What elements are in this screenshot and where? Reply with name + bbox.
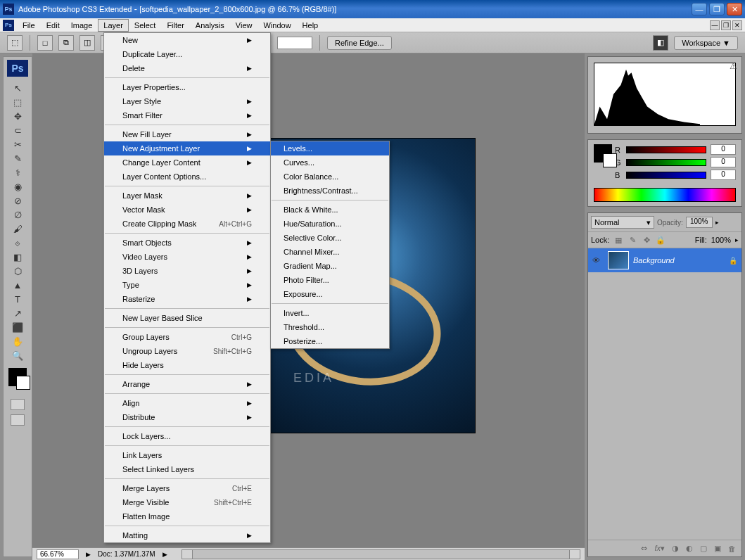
layer-thumbnail[interactable] <box>608 251 629 269</box>
minimize-button[interactable]: — <box>692 3 707 15</box>
menu-item[interactable]: New Fill Layer▶ <box>104 127 270 141</box>
menu-view[interactable]: View <box>230 19 258 32</box>
submenu-item[interactable]: Curves... <box>271 155 389 170</box>
submenu-item[interactable]: Photo Filter... <box>271 273 389 287</box>
color-spectrum[interactable] <box>594 188 736 202</box>
submenu-item[interactable]: Color Balance... <box>271 170 389 184</box>
quickmask-button[interactable] <box>11 399 25 410</box>
menu-item[interactable]: Rasterize▶ <box>104 292 270 306</box>
height-input[interactable] <box>277 37 312 49</box>
menu-item[interactable]: New▶ <box>104 33 270 47</box>
submenu-item[interactable]: Gradient Map... <box>271 259 389 273</box>
menu-item[interactable]: Layer Mask▶ <box>104 189 270 203</box>
color-value-r[interactable]: 0 <box>711 144 736 155</box>
workspace-icon[interactable]: ◧ <box>653 35 668 51</box>
tool-5[interactable]: ✎ <box>9 151 26 165</box>
color-value-g[interactable]: 0 <box>711 157 736 167</box>
status-menu-icon[interactable]: ▶ <box>163 551 167 558</box>
tool-9[interactable]: ∅ <box>9 208 26 222</box>
menu-item[interactable]: Video Layers▶ <box>104 250 270 264</box>
tool-14[interactable]: ▲ <box>9 278 26 292</box>
color-slider-b[interactable] <box>626 172 706 179</box>
refine-edge-button[interactable]: Refine Edge... <box>327 36 392 50</box>
menu-select[interactable]: Select <box>129 19 162 32</box>
menu-item[interactable]: Create Clipping MaskAlt+Ctrl+G <box>104 217 270 231</box>
menu-filter[interactable]: Filter <box>161 19 189 32</box>
layer-row[interactable]: 👁 Background 🔒 <box>588 248 741 272</box>
visibility-icon[interactable]: 👁 <box>592 256 604 265</box>
submenu-item[interactable]: Invert... <box>271 306 389 320</box>
menu-item[interactable]: Hide Layers <box>104 358 270 372</box>
lock-all-icon[interactable]: 🔒 <box>656 235 666 245</box>
lock-transparent-icon[interactable]: ▦ <box>613 235 623 245</box>
menu-item[interactable]: Ungroup LayersShift+Ctrl+G <box>104 344 270 358</box>
menu-item[interactable]: Link Layers <box>104 448 270 462</box>
color-value-b[interactable]: 0 <box>711 170 736 180</box>
menu-item[interactable]: Delete▶ <box>104 61 270 75</box>
tool-17[interactable]: ⬛ <box>9 320 26 334</box>
tool-3[interactable]: ⊂ <box>9 123 26 137</box>
color-slider-g[interactable] <box>626 159 706 166</box>
menu-item[interactable]: Type▶ <box>104 278 270 292</box>
menu-item[interactable]: Distribute▶ <box>104 410 270 424</box>
tool-7[interactable]: ◉ <box>9 179 26 193</box>
menu-item[interactable]: Arrange▶ <box>104 377 270 391</box>
menu-window[interactable]: Window <box>257 19 296 32</box>
menu-item[interactable]: Duplicate Layer... <box>104 47 270 61</box>
maximize-button[interactable]: ❐ <box>709 3 725 15</box>
zoom-input[interactable]: 66.67% <box>37 549 79 559</box>
selection-new-icon[interactable]: □ <box>37 35 53 51</box>
horizontal-scrollbar[interactable] <box>182 549 580 559</box>
submenu-item[interactable]: Posterize... <box>271 334 389 348</box>
menu-item[interactable]: Select Linked Layers <box>104 462 270 476</box>
submenu-item[interactable]: Threshold... <box>271 320 389 334</box>
fx-icon[interactable]: fx▾ <box>654 544 665 553</box>
selection-subtract-icon[interactable]: ◫ <box>79 35 95 51</box>
menu-item[interactable]: Change Layer Content▶ <box>104 155 270 170</box>
status-arrow-icon[interactable]: ▶ <box>86 551 91 558</box>
menu-item[interactable]: Layer Content Options... <box>104 170 270 184</box>
menu-item[interactable]: Merge LayersCtrl+E <box>104 481 270 495</box>
histogram-chart[interactable] <box>594 63 736 126</box>
new-layer-icon[interactable]: ▣ <box>714 544 721 553</box>
tool-0[interactable]: ↖ <box>9 81 26 95</box>
submenu-item[interactable]: Channel Mixer... <box>271 245 389 259</box>
fill-arrow-icon[interactable]: ▸ <box>735 236 739 243</box>
blend-mode-dropdown[interactable]: Normal▾ <box>591 216 654 229</box>
menu-item[interactable]: Align▶ <box>104 396 270 410</box>
menu-item[interactable]: 3D Layers▶ <box>104 264 270 278</box>
tool-19[interactable]: 🔍 <box>9 348 26 362</box>
menu-item[interactable]: Matting▶ <box>104 528 270 542</box>
submenu-item[interactable]: Brightness/Contrast... <box>271 184 389 198</box>
submenu-item[interactable]: Levels... <box>271 141 389 155</box>
delete-icon[interactable]: 🗑 <box>728 545 736 553</box>
menu-item[interactable]: Layer Properties... <box>104 80 270 94</box>
histogram-warning-icon[interactable]: ⚠ <box>730 61 737 71</box>
mask-icon[interactable]: ◑ <box>672 544 679 553</box>
selection-add-icon[interactable]: ⧉ <box>58 35 74 51</box>
doc-minimize-button[interactable]: — <box>710 20 720 30</box>
menu-item[interactable]: New Adjustment Layer▶ <box>104 141 270 155</box>
menu-item[interactable]: Flatten Image <box>104 509 270 523</box>
fill-input[interactable]: 100% <box>711 236 731 244</box>
link-icon[interactable]: ⇔ <box>641 544 647 553</box>
adjustment-icon[interactable]: ◐ <box>686 544 693 553</box>
menu-item[interactable]: New Layer Based Slice <box>104 311 270 325</box>
menu-image[interactable]: Image <box>65 19 98 32</box>
marquee-icon[interactable]: ⬚ <box>7 35 23 51</box>
menu-item[interactable]: Smart Filter▶ <box>104 108 270 122</box>
color-slider-r[interactable] <box>626 146 706 153</box>
tool-11[interactable]: ⟐ <box>9 236 26 250</box>
tool-15[interactable]: T <box>9 292 26 306</box>
opacity-input[interactable]: 100% <box>686 217 713 228</box>
tool-10[interactable]: 🖌 <box>9 222 26 236</box>
menu-help[interactable]: Help <box>297 19 324 32</box>
tool-1[interactable]: ⬚ <box>9 95 26 109</box>
menu-item[interactable]: Smart Objects▶ <box>104 236 270 250</box>
tool-4[interactable]: ✂ <box>9 137 26 151</box>
screenmode-button[interactable] <box>11 414 25 426</box>
menu-analysis[interactable]: Analysis <box>190 19 230 32</box>
doc-close-button[interactable]: ✕ <box>732 20 742 30</box>
submenu-item[interactable]: Hue/Saturation... <box>271 217 389 231</box>
menu-layer[interactable]: Layer <box>98 19 129 32</box>
